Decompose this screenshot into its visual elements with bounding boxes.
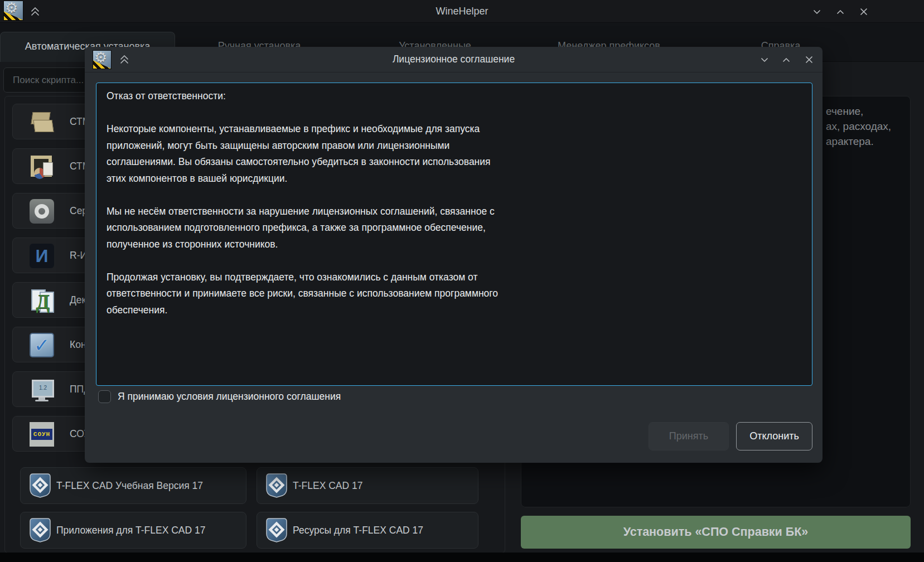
letter-i-icon: И (30, 244, 54, 268)
tflex-tile[interactable]: T-FLEX CAD Учебная Версия 17 (20, 467, 246, 504)
tflex-tile[interactable]: Приложения для T-FLEX CAD 17 (20, 512, 246, 549)
winehelper-window: ⚙ WineHelper Автоматическая установка Ру… (0, 0, 924, 562)
license-dialog: ⚙ Лицензионное соглашение Отказ от ответ… (85, 47, 823, 463)
description-text: ечение, ах, расходах, арактера. (826, 104, 891, 149)
license-text-area[interactable]: Отказ от ответственности: Некоторые комп… (96, 83, 812, 386)
tflex-logo-icon (266, 518, 287, 542)
checkmark-screen-icon: ✓ (30, 333, 54, 357)
tflex-tile[interactable]: Ресурсы для T-FLEX CAD 17 (257, 512, 478, 549)
titlebar: ⚙ WineHelper (0, 0, 924, 23)
accept-terms-label: Я принимаю условия лицензионного соглаше… (118, 389, 341, 404)
folders-icon (30, 110, 54, 134)
close-button[interactable] (857, 4, 871, 19)
tflex-logo-icon (30, 473, 51, 498)
accept-button[interactable]: Принять (649, 422, 729, 450)
tflex-tile[interactable]: T-FLEX CAD 17 (257, 467, 478, 504)
documents-d-icon: Д (30, 288, 54, 313)
maximize-button[interactable] (779, 52, 794, 67)
dialog-titlebar: ⚙ Лицензионное соглашение (85, 47, 823, 72)
picture-frame-icon (30, 154, 54, 179)
minimize-button[interactable] (810, 4, 824, 19)
tflex-logo-icon (30, 518, 51, 542)
soun-badge-icon: СОУН (30, 422, 54, 447)
monitor-icon: 1.2 (30, 377, 54, 402)
decline-button[interactable]: Отклонить (736, 422, 812, 450)
dialog-title: Лицензионное соглашение (85, 47, 823, 72)
maximize-button[interactable] (833, 4, 848, 19)
accept-terms-checkbox[interactable] (98, 390, 111, 403)
install-spo-button[interactable]: Установить «СПО Справки БК» (521, 516, 911, 549)
bottom-bar (0, 553, 924, 562)
license-text: Отказ от ответственности: Некоторые комп… (96, 83, 812, 323)
close-button[interactable] (802, 52, 816, 67)
window-title: WineHelper (0, 0, 924, 22)
tflex-logo-icon (266, 473, 287, 498)
gray-ring-icon (30, 199, 54, 224)
minimize-button[interactable] (757, 52, 772, 67)
